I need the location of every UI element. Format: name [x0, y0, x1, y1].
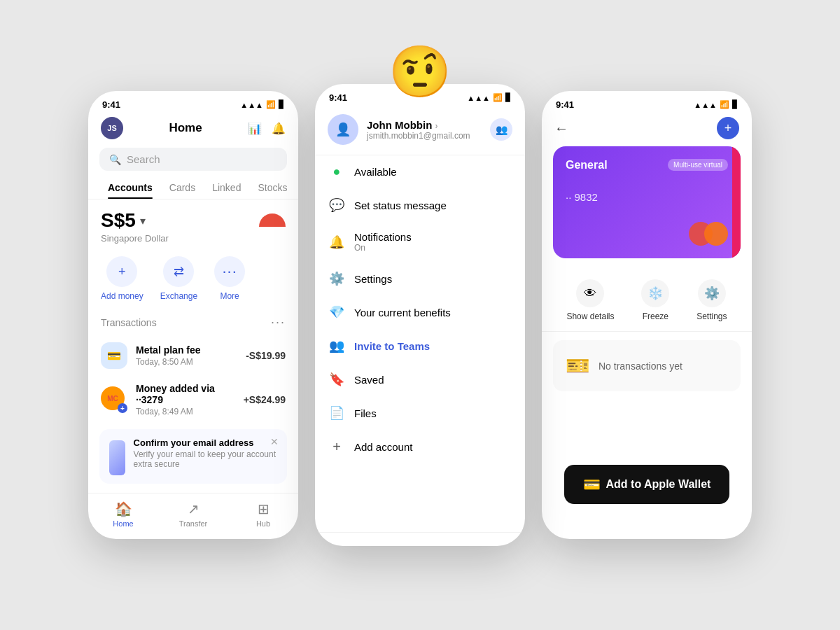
email-confirm-desc: Verify your email to keep your account e…: [134, 449, 277, 469]
email-confirm-card[interactable]: Confirm your email address Verify your e…: [99, 429, 287, 484]
menu-notifications[interactable]: 🔔 Notifications On: [315, 222, 525, 262]
menu-files[interactable]: 📄 Files: [315, 396, 525, 430]
add-button[interactable]: +: [717, 117, 739, 139]
transactions-more-icon[interactable]: ···: [271, 315, 286, 330]
status-message-icon: 💬: [329, 197, 344, 213]
home-header: JS Home 📊 🔔: [88, 114, 298, 145]
menu-status-message[interactable]: 💬 Set status message: [315, 188, 525, 222]
status-icons-2: ▲▲▲ 📶 ▊: [467, 93, 511, 102]
menu-user-email: jsmith.mobbin1@gmail.com: [367, 131, 470, 141]
signal-icon-3: ▲▲▲: [694, 101, 717, 109]
menu-status-label: Set status message: [354, 200, 447, 211]
nav-transfer-label: Transfer: [179, 519, 208, 528]
card-settings-label: Settings: [696, 312, 727, 321]
transactions-section-header: Transactions ···: [88, 311, 298, 335]
nav-hub[interactable]: ⊞ Hub: [228, 500, 298, 528]
no-tx-text: No transactions yet: [598, 360, 682, 372]
nav-home[interactable]: 🏠 Home: [88, 500, 158, 528]
benefits-icon: 💎: [329, 304, 344, 320]
menu-chevron-inline-icon: ›: [435, 121, 438, 131]
chart-icon[interactable]: 📊: [248, 122, 262, 135]
menu-notifications-label: Notifications: [354, 231, 412, 243]
general-card: General Multi-use virtual ·· 9832: [553, 146, 741, 258]
phone-home: 9:41 ▲▲▲ 📶 ▊ JS Home 📊 🔔 🔍 Search Accoun…: [88, 91, 298, 539]
search-placeholder: Search: [127, 153, 160, 165]
menu-available[interactable]: ● Available: [315, 155, 525, 188]
email-confirm-image: [109, 440, 125, 475]
card-actions: 👁 Show details ❄️ Freeze ⚙️ Settings: [542, 270, 752, 332]
more-button[interactable]: ··· More: [214, 256, 245, 301]
singapore-flag: [259, 214, 286, 240]
menu-settings[interactable]: ⚙️ Settings: [315, 262, 525, 295]
email-confirm-title: Confirm your email address: [134, 438, 277, 448]
menu-settings-label: Settings: [354, 273, 392, 285]
phone-card: 9:41 ▲▲▲ 📶 ▊ ← + General Multi-use virtu…: [542, 91, 752, 539]
menu-notifications-sub: On: [354, 243, 412, 253]
wifi-icon: 📶: [266, 100, 276, 109]
tab-linked[interactable]: Linked: [204, 178, 249, 199]
emoji-decoration: 🤨: [388, 42, 451, 102]
no-tx-icon: 🎫: [566, 354, 590, 377]
status-icons-1: ▲▲▲ 📶 ▊: [240, 100, 284, 109]
transaction-item-0[interactable]: 💳 Metal plan fee Today, 8:50 AM -S$19.99: [88, 335, 298, 376]
menu-saved-label: Saved: [354, 374, 384, 386]
more-label: More: [220, 291, 239, 301]
page-title: Home: [169, 121, 202, 135]
menu-add-account[interactable]: + Add account: [315, 430, 525, 464]
menu-benefits-label: Your current benefits: [354, 307, 451, 318]
menu-user-header[interactable]: 👤 John Mobbin › jsmith.mobbin1@gmail.com…: [315, 107, 525, 155]
menu-current-benefits[interactable]: 💎 Your current benefits: [315, 295, 525, 329]
home-indicator-2: [315, 532, 525, 546]
wifi-icon-3: 📶: [720, 100, 729, 109]
status-icons-3: ▲▲▲ 📶 ▊: [694, 100, 738, 109]
status-bar-3: 9:41 ▲▲▲ 📶 ▊: [542, 91, 752, 114]
show-details-button[interactable]: 👁 Show details: [566, 279, 614, 321]
nav-home-label: Home: [113, 519, 133, 528]
bottom-nav: 🏠 Home ↗ Transfer ⊞ Hub: [88, 493, 298, 539]
menu-user-name: John Mobbin ›: [367, 119, 470, 131]
exchange-button[interactable]: ⇄ Exchange: [160, 256, 197, 301]
add-to-apple-wallet-button[interactable]: 💳 Add to Apple Wallet: [564, 465, 729, 504]
nav-transfer[interactable]: ↗ Transfer: [158, 500, 228, 528]
back-button[interactable]: ←: [554, 120, 568, 136]
freeze-label: Freeze: [643, 312, 668, 321]
card-accent: [732, 146, 741, 258]
freeze-button[interactable]: ❄️ Freeze: [641, 279, 669, 321]
show-details-icon: 👁: [576, 279, 604, 307]
settings-icon: ⚙️: [329, 271, 344, 286]
add-money-button[interactable]: + Add money: [101, 256, 144, 301]
files-icon: 📄: [329, 405, 344, 421]
nav-hub-label: Hub: [256, 519, 270, 528]
bell-icon[interactable]: 🔔: [272, 122, 286, 135]
email-confirm-close-icon[interactable]: ✕: [270, 436, 279, 447]
menu-invite-teams[interactable]: 👥 Invite to Teams: [315, 329, 525, 363]
tab-accounts[interactable]: Accounts: [99, 178, 161, 199]
tab-vault[interactable]: Vault: [295, 178, 298, 199]
user-avatar[interactable]: JS: [101, 117, 123, 139]
tab-cards[interactable]: Cards: [161, 178, 204, 199]
account-tabs: Accounts Cards Linked Stocks Vault: [88, 178, 298, 200]
menu-available-label: Available: [354, 166, 397, 178]
card-title: General: [566, 159, 608, 172]
transaction-item-1[interactable]: MC + Money added via ··3279 Today, 8:49 …: [88, 376, 298, 424]
card-settings-icon: ⚙️: [698, 279, 726, 307]
balance-currency: Singapore Dollar: [101, 233, 169, 244]
apple-wallet-icon: 💳: [583, 476, 601, 493]
card-settings-button[interactable]: ⚙️ Settings: [696, 279, 727, 321]
status-time-3: 9:41: [556, 99, 574, 110]
status-bar-1: 9:41 ▲▲▲ 📶 ▊: [88, 91, 298, 114]
status-time-2: 9:41: [329, 92, 347, 103]
exchange-label: Exchange: [160, 291, 197, 301]
card-header: ← +: [542, 114, 752, 146]
tx-name-0: Metal plan fee: [136, 344, 237, 356]
balance-chevron-icon[interactable]: ▾: [140, 214, 146, 227]
signal-icon-2: ▲▲▲: [467, 94, 490, 102]
search-bar[interactable]: 🔍 Search: [99, 148, 287, 171]
tab-stocks[interactable]: Stocks: [249, 178, 295, 199]
wifi-icon-2: 📶: [493, 93, 503, 102]
tx-date-0: Today, 8:50 AM: [136, 357, 237, 367]
available-icon: ●: [329, 164, 344, 179]
phone-menu: 9:41 ▲▲▲ 📶 ▊ 👤 John Mobbin › jsmith.mobb…: [315, 84, 525, 546]
menu-saved[interactable]: 🔖 Saved: [315, 363, 525, 396]
add-account-icon: +: [329, 439, 344, 455]
